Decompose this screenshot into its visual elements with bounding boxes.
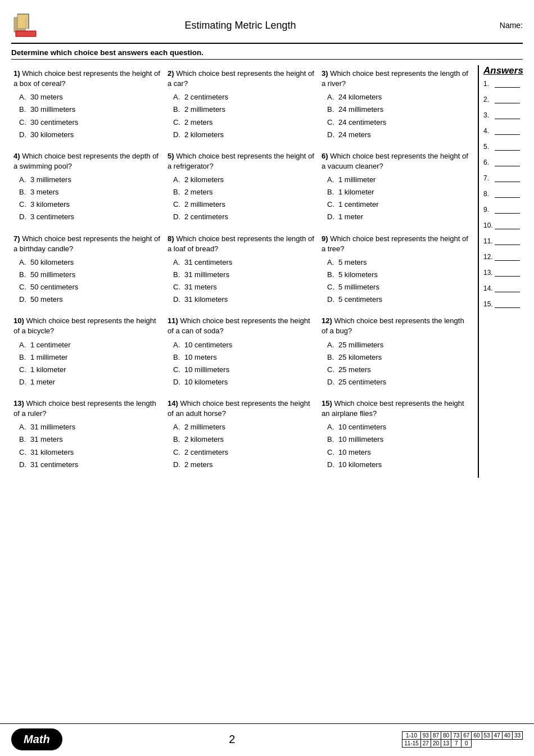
name-label: Name:: [438, 21, 523, 30]
score-cell-1-0: 27: [420, 740, 431, 748]
choice-15-A: A.10 centimeters: [327, 421, 469, 433]
answer-blank-10[interactable]: [495, 221, 520, 229]
question-num-6: 6): [322, 152, 330, 160]
choice-3-B: B.24 millimeters: [327, 103, 469, 116]
choice-8-C: C.31 meters: [173, 281, 315, 293]
question-num-9: 9): [322, 234, 330, 243]
choice-4-B: B.3 meters: [19, 186, 161, 198]
answer-blank-4[interactable]: [495, 127, 520, 135]
choice-letter: C.: [173, 364, 182, 376]
choice-letter: B.: [19, 351, 28, 364]
logo: [11, 11, 42, 39]
choice-13-B: B.31 meters: [19, 433, 161, 446]
choice-9-A: A.5 meters: [327, 256, 469, 269]
question-num-12: 12): [322, 316, 334, 325]
question-block-15: 15) Which choice best represents the hei…: [319, 395, 473, 478]
answer-num-6: 6.: [483, 159, 495, 166]
score-cell-0-3: 73: [451, 732, 461, 740]
choice-12-A: A.25 millimeters: [327, 339, 469, 351]
answer-num-15: 15.: [483, 300, 495, 308]
question-block-8: 8) Which choice best represents the leng…: [165, 230, 319, 313]
choices-4: A.3 millimetersB.3 metersC.3 kilometersD…: [13, 174, 161, 223]
choice-letter: C.: [173, 116, 182, 129]
choice-letter: A.: [173, 256, 182, 269]
choices-7: A.50 kilometersB.50 millimetersC.50 cent…: [13, 256, 161, 306]
choice-letter: D.: [327, 211, 336, 223]
choice-text: 2 centimeters: [184, 211, 228, 223]
choices-8: A.31 centimetersB.31 millimetersC.31 met…: [168, 256, 315, 306]
choice-5-D: D.2 centimeters: [173, 211, 315, 223]
answer-num-5: 5.: [483, 143, 495, 151]
choice-text: 1 millimeter: [338, 174, 375, 186]
choice-letter: B.: [19, 433, 28, 446]
answer-blank-7[interactable]: [495, 174, 520, 182]
answer-blank-14[interactable]: [495, 284, 520, 292]
answer-blank-2[interactable]: [495, 96, 520, 103]
choices-11: A.10 centimetersB.10 metersC.10 millimet…: [168, 339, 315, 388]
answer-line-7: 7.: [483, 174, 523, 182]
choice-letter: C.: [19, 364, 28, 376]
choices-6: A.1 millimeterB.1 kilometerC.1 centimete…: [322, 174, 469, 223]
question-num-3: 3): [322, 69, 330, 78]
score-cell-0-1: 87: [431, 732, 441, 740]
choice-letter: A.: [19, 91, 28, 103]
choices-1: A.30 metersB.30 millimetersC.30 centimet…: [13, 91, 161, 141]
choice-letter: D.: [173, 459, 182, 471]
choice-letter: D.: [173, 129, 182, 141]
answer-blank-1[interactable]: [495, 80, 520, 88]
answer-blank-9[interactable]: [495, 206, 520, 214]
question-num-14: 14): [168, 399, 180, 408]
score-cell-0-4: 67: [461, 732, 472, 740]
choice-letter: A.: [327, 339, 336, 351]
choice-7-C: C.50 centimeters: [19, 281, 161, 293]
choice-letter: C.: [19, 446, 28, 459]
choice-text: 3 kilometers: [30, 198, 70, 211]
choice-6-A: A.1 millimeter: [327, 174, 469, 186]
choice-8-B: B.31 millimeters: [173, 269, 315, 281]
choice-text: 30 meters: [30, 91, 63, 103]
choice-text: 31 centimeters: [184, 256, 232, 269]
question-text-5: 5) Which choice best represents the heig…: [168, 151, 315, 171]
answer-blank-13[interactable]: [495, 269, 520, 277]
choice-letter: C.: [19, 116, 28, 129]
choice-text: 50 centimeters: [30, 281, 78, 293]
question-text-8: 8) Which choice best represents the leng…: [168, 234, 315, 254]
choice-text: 2 millimeters: [184, 198, 225, 211]
question-block-6: 6) Which choice best represents the heig…: [319, 148, 473, 230]
choice-text: 3 centimeters: [30, 211, 74, 223]
choice-text: 31 meters: [30, 433, 63, 446]
score-range-1: 11-15: [402, 740, 421, 748]
choice-text: 25 kilometers: [338, 351, 382, 364]
choice-text: 31 centimeters: [30, 459, 78, 471]
choice-3-C: C.24 centimeters: [327, 116, 469, 129]
answer-blank-3[interactable]: [495, 111, 520, 119]
choice-text: 1 centimeter: [30, 339, 71, 351]
choice-letter: A.: [19, 174, 28, 186]
choice-text: 5 centimeters: [338, 293, 382, 306]
score-table: 1-109387807367605347403311-1527201370: [402, 731, 523, 748]
question-block-2: 2) Which choice best represents the heig…: [165, 65, 319, 148]
answer-blank-5[interactable]: [495, 143, 520, 151]
question-num-15: 15): [322, 399, 334, 408]
answer-blank-12[interactable]: [495, 253, 520, 261]
score-cell-0-2: 80: [441, 732, 451, 740]
answer-line-6: 6.: [483, 159, 523, 166]
question-block-3: 3) Which choice best represents the leng…: [319, 65, 473, 148]
answer-line-5: 5.: [483, 143, 523, 151]
answer-blank-8[interactable]: [495, 190, 520, 198]
choice-9-D: D.5 centimeters: [327, 293, 469, 306]
question-text-15: 15) Which choice best represents the hei…: [322, 399, 469, 419]
answer-blank-11[interactable]: [495, 237, 520, 245]
choice-letter: C.: [173, 446, 182, 459]
choice-letter: B.: [327, 269, 336, 281]
choice-letter: D.: [19, 211, 28, 223]
question-num-7: 7): [13, 234, 22, 243]
answer-blank-15[interactable]: [495, 300, 520, 308]
choice-6-C: C.1 centimeter: [327, 198, 469, 211]
content-wrapper: 1) Which choice best represents the heig…: [11, 65, 523, 478]
choice-2-D: D.2 kilometers: [173, 129, 315, 141]
answer-blank-6[interactable]: [495, 159, 520, 166]
answer-line-8: 8.: [483, 190, 523, 198]
choice-5-B: B.2 meters: [173, 186, 315, 198]
question-text-10: 10) Which choice best represents the hei…: [13, 316, 161, 336]
